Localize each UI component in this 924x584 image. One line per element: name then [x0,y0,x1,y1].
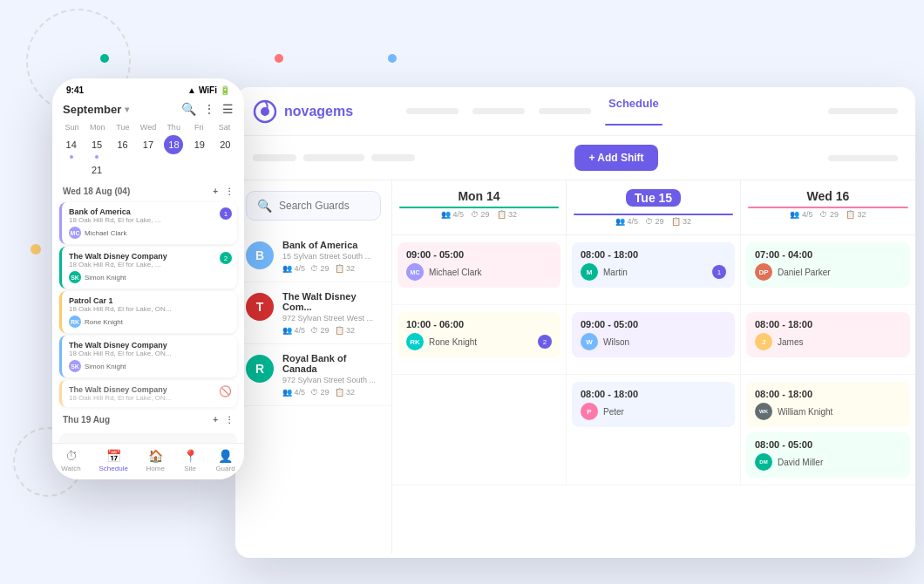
location-stats: 👥 4/5 ⏱ 29 📋 32 [282,264,381,273]
shift-person: DP Daniel Parker [755,263,901,281]
avatar: RK [406,333,424,350]
phone-shift-title: Bank of America [69,207,230,216]
shift-card[interactable]: 08:00 - 05:00 DM David Miller [746,432,910,478]
shift-badge: 2 [220,252,232,264]
search-box[interactable]: 🔍 [246,191,381,221]
shift-card[interactable]: 10:00 - 06:00 RK Rone Knight 2 [397,312,561,357]
shift-card[interactable]: 08:00 - 18:00 P Peter [572,382,735,427]
phone-icons: ▲WiFi🔋 [187,85,230,95]
location-stats: 👥 4/5 ⏱ 29 📋 32 [282,388,381,397]
shift-badge: 1 [220,207,232,220]
cal-cell-disney-mon: 10:00 - 06:00 RK Rone Knight 2 [392,305,567,374]
site-icon: 📍 [183,449,198,463]
mobile-phone: 9:41 ▲WiFi🔋 September ▾ 🔍 ⋮ ☰ Sun Mon Tu… [52,78,244,479]
tab-schedule[interactable]: Schedule [605,97,662,126]
phone-shift-user: MC Michael Clark [69,227,230,239]
phone-section-thu: Thu 19 Aug + ⋮ [52,410,244,426]
search-input[interactable] [279,200,370,212]
phone-shift-disney3[interactable]: The Walt Disney Company 18 Oak Hill Rd, … [59,380,237,407]
add-shift-button[interactable]: + Add Shift [574,145,657,171]
location-stats: 👥 4/5 ⏱ 29 📋 32 [282,326,381,335]
list-item[interactable]: B Bank of America 15 Sylvan Street South… [235,231,391,282]
avatar: SK [69,360,81,372]
header-right-placeholder [828,108,898,114]
phone-bottom-nav: ⏱ Watch 📅 Schedule 🏠 Home 📍 Site 👤 Guard [52,443,244,479]
shift-person: J James [755,333,901,350]
nav-guard[interactable]: 👤 Guard [215,449,234,472]
location-address: 972 Sylvan Street West ... [282,314,381,323]
phone-shift-bank[interactable]: Bank of America 18 Oak Hill Rd, El for L… [59,202,237,244]
col-header-wed: Wed 16 👥 4/5 ⏱ 29 📋 32 [741,180,915,234]
avatar: W [581,333,598,350]
col-stats-mon: 👥 4/5 ⏱ 29 📋 32 [399,210,559,219]
shift-person: WK William Knight [755,403,901,420]
col-stats-tue: 👥 4/5 ⏱ 29 📋 32 [574,217,733,226]
shift-card[interactable]: 08:00 - 18:00 M Martin 1 [572,242,735,288]
list-item[interactable]: R Royal Bank of Canada 972 Sylvan Street… [235,344,391,406]
location-avatar: T [246,293,274,321]
decorative-dot-blue [388,54,397,63]
shift-badge: 2 [538,335,552,349]
avatar: MC [69,227,81,239]
shift-time: 08:00 - 18:00 [755,319,901,329]
phone-time: 9:41 [66,85,84,95]
location-avatar: B [246,241,274,269]
cal-cell-boa-mon: 09:00 - 05:00 MC Michael Clark [392,235,567,304]
shift-card[interactable]: 09:00 - 05:00 MC Michael Clark [397,242,561,288]
more-options-icon[interactable]: ⋮ [225,187,234,196]
nav-placeholder-1 [406,108,459,114]
col-date-tue: Tue 15 [626,189,681,207]
phone-status-bar: 9:41 ▲WiFi🔋 [52,78,244,98]
more-thu-icon[interactable]: ⋮ [225,415,234,424]
avatar: MC [406,263,424,281]
nav-watch[interactable]: ⏱ Watch [61,449,80,472]
location-name: Royal Bank of Canada [282,353,381,374]
decorative-dot-red [275,54,283,63]
more-icon[interactable]: ⋮ [203,102,215,116]
add-thu-icon[interactable]: + [213,415,218,424]
add-shift-icon[interactable]: + [213,187,218,196]
shift-time: 08:00 - 05:00 [755,439,901,450]
col-date-mon: Mon 14 [399,189,559,203]
decorative-dot-green [100,54,109,63]
shift-time: 09:00 - 05:00 [406,249,552,260]
location-info: Bank of America 15 Sylvan Street South .… [282,240,381,273]
avatar: SK [69,271,81,283]
location-list: B Bank of America 15 Sylvan Street South… [235,231,391,553]
avatar: DP [755,263,772,281]
shift-person: W Wilson [581,333,726,350]
phone-shift-disney1[interactable]: The Walt Disney Company 18 Oak Hill Rd, … [59,247,237,289]
shift-card[interactable]: 08:00 - 18:00 J James [746,312,910,357]
location-address: 972 Sylvan Street South ... [282,376,381,384]
cal-cell-disney-tue: 09:00 - 05:00 W Wilson [567,305,741,374]
location-info: Royal Bank of Canada 972 Sylvan Street S… [282,353,381,397]
nav-home[interactable]: 🏠 Home [146,449,165,472]
cal-cell-rbc-tue: 08:00 - 18:00 P Peter [567,375,741,485]
shift-card[interactable]: 07:00 - 04:00 DP Daniel Parker [746,242,910,288]
cal-cell-boa-wed: 07:00 - 04:00 DP Daniel Parker [741,235,915,304]
phone-section-wed: Wed 18 Aug (04) + ⋮ [52,180,244,200]
phone-shift-addr: 18 Oak Hill Rd, El for Lake, ... [69,216,230,224]
nav-site[interactable]: 📍 Site [183,449,198,472]
phone-shift-disney2[interactable]: The Walt Disney Company 18 Oak Hill Rd, … [59,336,237,377]
menu-icon[interactable]: ☰ [222,102,234,116]
table-row: 10:00 - 06:00 RK Rone Knight 2 09:00 - 0… [392,305,915,375]
list-item[interactable]: T The Walt Disney Com... 972 Sylvan Stre… [235,282,391,344]
watch-icon: ⏱ [65,449,78,463]
search-icon[interactable]: 🔍 [181,102,196,116]
decorative-dot-yellow [31,244,41,255]
shift-person: P Peter [581,403,726,420]
avatar: WK [755,403,772,420]
toolbar: + Add Shift [235,136,915,180]
cal-cell-boa-tue: 08:00 - 18:00 M Martin 1 [567,235,741,304]
phone-shift-patrol[interactable]: Patrol Car 1 18 Oak Hill Rd, El for Lake… [59,291,237,333]
calendar-days-header: Sun Mon Tue Wed Thu Fri Sat [59,123,237,132]
table-row: 09:00 - 05:00 MC Michael Clark [392,235,915,305]
nav-schedule[interactable]: 📅 Schedule [99,449,127,472]
shift-card[interactable]: 09:00 - 05:00 W Wilson [572,312,735,357]
cal-cell-disney-wed: 08:00 - 18:00 J James [741,305,915,374]
table-row: 08:00 - 18:00 P Peter 08:00 - 18:00 [392,375,915,486]
shift-person: DM David Miller [755,453,901,471]
shift-card[interactable]: 08:00 - 18:00 WK William Knight [746,382,910,427]
search-icon: 🔍 [257,199,272,213]
